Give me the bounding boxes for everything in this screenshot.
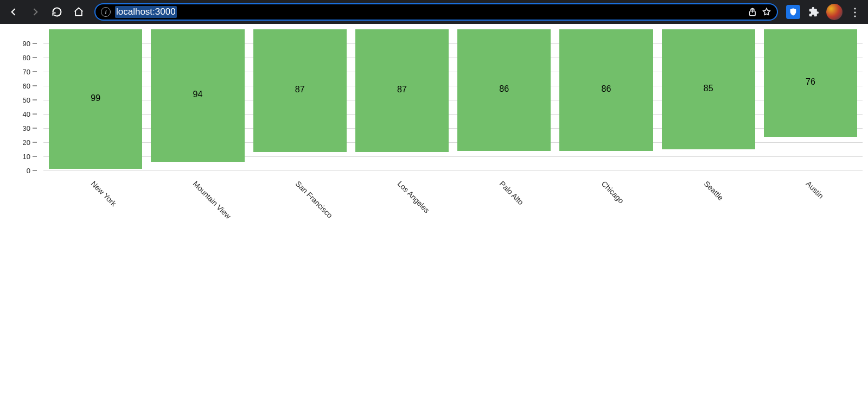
x-label-column: Austin: [764, 176, 857, 230]
bar[interactable]: 99: [49, 29, 142, 169]
url-text: localhost:3000: [115, 6, 177, 18]
y-tick-label: 70: [23, 68, 30, 76]
bar-value-label: 76: [806, 77, 815, 87]
bar-value-label: 85: [704, 84, 713, 93]
y-tick-label: 30: [23, 124, 30, 132]
bar-chart: 0102030405060708090 9994878786868576 New…: [0, 24, 868, 219]
x-tick-label: San Francisco: [293, 179, 334, 220]
bar[interactable]: 86: [559, 29, 653, 151]
profile-avatar[interactable]: [826, 3, 843, 21]
bars-container: 9994878786868576: [43, 29, 863, 170]
y-tick-label: 0: [27, 167, 30, 175]
back-button[interactable]: [4, 3, 23, 21]
share-icon[interactable]: [748, 7, 757, 17]
x-tick-label: Mountain View: [192, 179, 233, 220]
bar[interactable]: 86: [457, 29, 551, 151]
x-label-column: New York: [49, 176, 142, 230]
y-tick-label: 40: [23, 110, 30, 118]
bar-column: 87: [253, 29, 347, 170]
bar-value-label: 99: [91, 93, 100, 103]
x-label-column: Los Angeles: [355, 176, 449, 230]
bar[interactable]: 76: [764, 29, 857, 137]
home-button[interactable]: [69, 3, 88, 21]
bookmark-star-icon[interactable]: [762, 7, 771, 17]
x-label-column: Seattle: [662, 176, 755, 230]
x-tick-label: Chicago: [600, 179, 626, 205]
y-tick-label: 10: [23, 153, 30, 161]
x-label-column: San Francisco: [253, 176, 347, 230]
bar-column: 85: [662, 29, 755, 170]
x-axis-labels: New YorkMountain ViewSan FranciscoLos An…: [43, 176, 863, 230]
gridline: [43, 170, 863, 171]
site-info-icon[interactable]: i: [101, 7, 111, 17]
bar[interactable]: 85: [662, 29, 755, 149]
y-tick-label: 60: [23, 82, 30, 90]
y-tick-label: 80: [23, 54, 30, 62]
bar-value-label: 86: [499, 84, 509, 94]
bar-value-label: 87: [397, 85, 407, 94]
address-bar[interactable]: i localhost:3000: [94, 3, 778, 21]
x-tick-label: New York: [90, 179, 118, 208]
bar-column: 86: [457, 29, 551, 170]
extension-shield-icon[interactable]: [784, 3, 802, 21]
y-axis-ticks: 0102030405060708090: [0, 29, 39, 170]
browser-toolbar: i localhost:3000 ⋮: [0, 0, 868, 24]
x-tick-label: Austin: [805, 179, 826, 200]
extensions-puzzle-icon[interactable]: [805, 3, 822, 21]
bar[interactable]: 87: [253, 29, 347, 152]
bar-column: 86: [559, 29, 653, 170]
bar-column: 99: [49, 29, 142, 170]
x-label-column: Palo Alto: [457, 176, 551, 230]
y-tick-label: 90: [23, 40, 30, 48]
bar[interactable]: 87: [355, 29, 449, 152]
x-tick-label: Palo Alto: [498, 179, 525, 206]
x-label-column: Mountain View: [151, 176, 244, 230]
bar-column: 87: [355, 29, 449, 170]
bar-value-label: 86: [601, 84, 611, 94]
bar-value-label: 94: [193, 90, 202, 99]
x-tick-label: Los Angeles: [396, 179, 431, 214]
bar-column: 94: [151, 29, 244, 170]
x-tick-label: Seattle: [702, 179, 725, 202]
y-tick-label: 20: [23, 138, 30, 147]
chart-plot-area: 9994878786868576: [43, 29, 863, 170]
overflow-menu-icon[interactable]: ⋮: [846, 3, 864, 21]
bar-value-label: 87: [295, 85, 305, 94]
reload-button[interactable]: [48, 3, 66, 21]
forward-button[interactable]: [26, 3, 44, 21]
bar[interactable]: 94: [151, 29, 244, 162]
x-label-column: Chicago: [559, 176, 653, 230]
y-tick-label: 50: [23, 96, 30, 104]
bar-column: 76: [764, 29, 857, 170]
